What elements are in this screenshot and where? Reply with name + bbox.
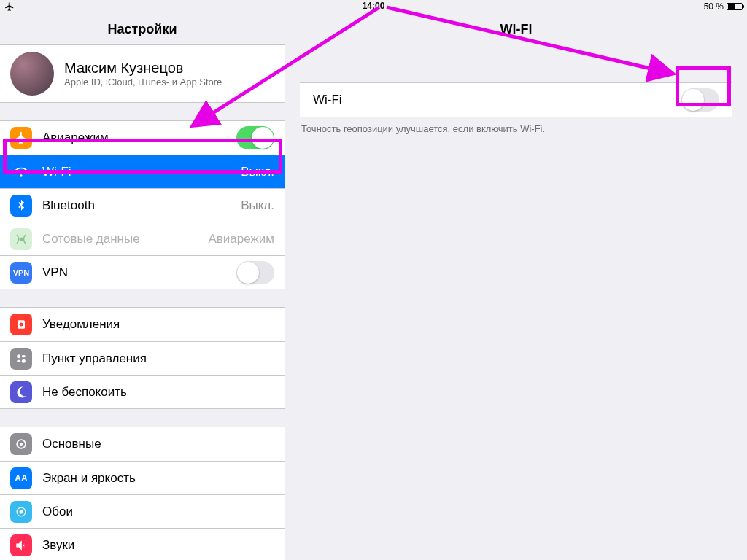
wifi-icon [10,161,32,183]
cell-display[interactable]: AA Экран и яркость [0,461,285,494]
detail-title: Wi-Fi [285,13,747,44]
profile-name: Максим Кузнецов [64,60,222,77]
bluetooth-value: Выкл. [241,198,274,213]
dnd-label: Не беспокоить [42,385,274,400]
svg-point-10 [20,510,23,513]
airplane-mode-icon [4,1,15,12]
group-general: Основные AA Экран и яркость Обои Звуки [0,427,285,560]
display-label: Экран и яркость [42,471,274,486]
svg-rect-6 [22,355,26,357]
wallpaper-icon [10,501,32,523]
sounds-icon [10,534,32,556]
general-label: Основные [42,437,274,451]
vpn-toggle[interactable] [236,261,274,284]
group-notifications: Уведомления Пункт управления Не беспокои… [0,307,285,409]
svg-point-4 [22,359,26,362]
detail-wifi-row[interactable]: Wi-Fi [300,83,732,117]
bluetooth-icon [10,195,32,217]
cellular-value: Авиарежим [208,232,274,246]
settings-sidebar: Настройки Максим Кузнецов Apple ID, iClo… [0,13,285,560]
gear-icon [10,433,32,455]
wallpaper-label: Обои [42,505,274,519]
status-left [4,1,15,12]
sounds-label: Звуки [42,538,274,553]
svg-point-8 [20,443,23,446]
battery-icon [727,3,743,10]
avatar [10,52,54,96]
detail-footer: Точность геопозиции улучшается, если вкл… [285,117,747,134]
dnd-icon [10,381,32,403]
detail-wifi-label: Wi-Fi [313,93,681,107]
svg-rect-5 [17,359,20,362]
vpn-label: VPN [42,265,236,280]
battery-percent: 50 % [704,1,724,12]
cell-bluetooth[interactable]: Bluetooth Выкл. [0,188,285,222]
status-right: 50 % [704,1,743,12]
detail-wifi-toggle[interactable] [681,88,719,112]
notifications-label: Уведомления [42,317,274,332]
cell-vpn[interactable]: VPN VPN [0,255,285,289]
controlcenter-icon [10,348,32,370]
cell-wallpaper[interactable]: Обои [0,494,285,528]
cell-wifi[interactable]: Wi-Fi Выкл. [0,155,285,188]
airplane-icon [10,127,32,149]
status-bar: 14:00 50 % [0,0,747,13]
cell-general[interactable]: Основные [0,427,285,461]
controlcenter-label: Пункт управления [42,351,274,366]
detail-pane: Wi-Fi Wi-Fi Точность геопозиции улучшает… [285,13,747,560]
cell-airplane[interactable]: Авиарежим [0,121,285,155]
notifications-icon [10,314,32,335]
svg-point-0 [20,237,23,241]
profile-sub: Apple ID, iCloud, iTunes- и App Store [64,77,222,88]
cell-controlcenter[interactable]: Пункт управления [0,341,285,375]
cell-sounds[interactable]: Звуки [0,528,285,560]
cell-cellular[interactable]: Сотовые данные Авиарежим [0,222,285,255]
apple-id-row[interactable]: Максим Кузнецов Apple ID, iCloud, iTunes… [0,44,285,103]
cell-dnd[interactable]: Не беспокоить [0,375,285,408]
detail-wifi-section: Wi-Fi [300,82,732,117]
group-connectivity: Авиарежим Wi-Fi Выкл. Bluetooth Выкл. Со… [0,120,285,289]
airplane-label: Авиарежим [42,131,236,145]
display-icon: AA [10,467,32,489]
cell-notifications[interactable]: Уведомления [0,308,285,341]
svg-point-2 [20,323,23,327]
wifi-label: Wi-Fi [42,165,241,179]
airplane-toggle[interactable] [236,126,274,149]
bluetooth-label: Bluetooth [42,198,241,213]
cellular-label: Сотовые данные [42,232,208,246]
cellular-icon [10,228,32,250]
sidebar-title: Настройки [0,13,285,44]
svg-point-3 [17,354,20,358]
status-time: 14:00 [363,1,385,11]
wifi-value: Выкл. [241,165,274,179]
vpn-icon: VPN [10,262,32,284]
